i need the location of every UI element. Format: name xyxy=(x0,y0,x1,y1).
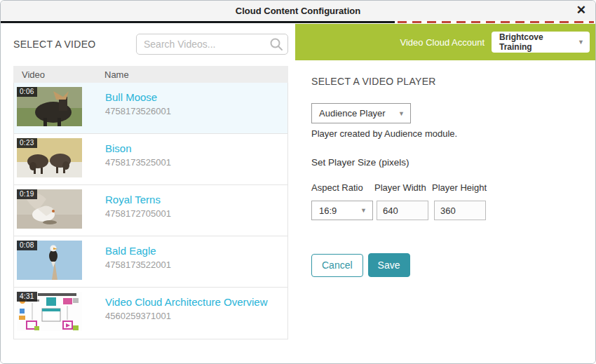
player-width-input[interactable] xyxy=(377,201,428,220)
bull-moose-thumbnail[interactable]: 0:06 xyxy=(17,87,82,126)
video-id: 4758173522001 xyxy=(105,259,287,270)
player-width-label: Player Width xyxy=(374,182,432,193)
video-thumbnail-cell: 0:23 xyxy=(14,134,105,184)
video-rows: 0:06 Bull Moose 4758173526001 xyxy=(13,83,288,339)
chevron-down-icon: ▼ xyxy=(578,39,584,46)
save-button[interactable]: Save xyxy=(368,253,410,277)
background-page-line xyxy=(1,21,395,23)
close-icon[interactable]: ✕ xyxy=(576,3,586,18)
aspect-ratio-value: 16:9 xyxy=(319,205,360,216)
duration-badge: 0:23 xyxy=(17,138,37,148)
duration-badge: 4:31 xyxy=(17,292,37,302)
player-select-value: Audience Player xyxy=(319,108,398,119)
video-title-link[interactable]: Bald Eagle xyxy=(105,245,287,257)
dialog-title: Cloud Content Configuration xyxy=(236,6,360,16)
search-input[interactable] xyxy=(136,34,288,55)
dialog-titlebar: Cloud Content Configuration ✕ xyxy=(1,1,595,20)
video-title-link[interactable]: Royal Terns xyxy=(105,194,287,205)
account-select-value: Brightcove Training xyxy=(499,32,578,52)
video-id: 4758172705001 xyxy=(105,208,287,219)
bison-thumbnail[interactable]: 0:23 xyxy=(17,138,82,177)
column-header-video: Video xyxy=(13,69,104,80)
video-title-link[interactable]: Bull Moose xyxy=(105,91,287,103)
table-row[interactable]: 4:31 Video Cloud Architecture Overview 4… xyxy=(14,288,287,339)
video-search xyxy=(136,34,288,55)
account-label: Video Cloud Account xyxy=(400,37,485,48)
player-config-pane: Video Cloud Account Brightcove Training … xyxy=(295,24,595,363)
player-size-heading: Set Player Size (pixels) xyxy=(311,157,581,168)
table-row[interactable]: 0:08 Bald Eagle 4758173522001 xyxy=(14,236,287,288)
select-player-heading: SELECT A VIDEO PLAYER xyxy=(311,76,581,87)
video-id: 4560259371001 xyxy=(105,311,287,321)
video-name-cell: Bison 4758173525001 xyxy=(105,134,287,184)
player-help-text: Player created by Audience module. xyxy=(311,128,581,139)
video-table: Video Name xyxy=(13,66,288,339)
bald-eagle-thumbnail[interactable]: 0:08 xyxy=(17,241,82,280)
video-thumbnail-cell: 4:31 xyxy=(14,288,105,339)
duration-badge: 0:06 xyxy=(17,87,37,97)
video-thumbnail-cell: 0:08 xyxy=(14,236,105,287)
search-icon[interactable] xyxy=(269,37,283,51)
video-thumbnail-cell: 0:06 xyxy=(14,83,105,133)
select-video-heading: SELECT A VIDEO xyxy=(13,39,136,50)
column-header-name: Name xyxy=(104,69,288,80)
cloud-content-configuration-dialog: Cloud Content Configuration ✕ SELECT A V… xyxy=(0,0,596,364)
video-id: 4758173525001 xyxy=(105,157,287,168)
video-select-pane: SELECT A VIDEO Video Name xyxy=(1,24,295,363)
table-row[interactable]: 0:23 Bison 4758173525001 xyxy=(14,134,287,185)
video-title-link[interactable]: Bison xyxy=(105,142,287,154)
video-cloud-account-bar: Video Cloud Account Brightcove Training … xyxy=(295,24,595,60)
video-name-cell: Royal Terns 4758172705001 xyxy=(105,185,287,236)
background-page-text-fragments xyxy=(398,21,594,23)
duration-badge: 0:08 xyxy=(17,241,37,250)
architecture-diagram-thumbnail[interactable]: 4:31 xyxy=(17,292,82,331)
cancel-button[interactable]: Cancel xyxy=(311,254,363,277)
video-name-cell: Video Cloud Architecture Overview 456025… xyxy=(105,288,287,339)
background-page-edge xyxy=(1,20,595,24)
royal-terns-thumbnail[interactable]: 0:19 xyxy=(17,189,82,229)
aspect-ratio-select[interactable]: 16:9 ▼ xyxy=(311,201,373,220)
table-row[interactable]: 0:06 Bull Moose 4758173526001 xyxy=(14,83,287,134)
video-name-cell: Bull Moose 4758173526001 xyxy=(105,83,287,133)
duration-badge: 0:19 xyxy=(17,189,37,199)
video-thumbnail-cell: 0:19 xyxy=(14,185,105,236)
video-title-link[interactable]: Video Cloud Architecture Overview xyxy=(105,296,287,308)
aspect-ratio-label: Aspect Ratio xyxy=(311,182,374,193)
video-id: 4758173526001 xyxy=(105,106,287,116)
player-height-input[interactable] xyxy=(434,201,486,220)
video-name-cell: Bald Eagle 4758173522001 xyxy=(105,236,287,287)
chevron-down-icon: ▼ xyxy=(360,207,367,214)
chevron-down-icon: ▼ xyxy=(398,110,405,117)
player-select[interactable]: Audience Player ▼ xyxy=(311,103,411,123)
account-select[interactable]: Brightcove Training ▼ xyxy=(492,32,590,53)
video-table-header: Video Name xyxy=(13,66,288,83)
table-row[interactable]: 0:19 Royal Terns 4758172705001 xyxy=(14,185,287,236)
player-height-label: Player Height xyxy=(432,182,487,193)
